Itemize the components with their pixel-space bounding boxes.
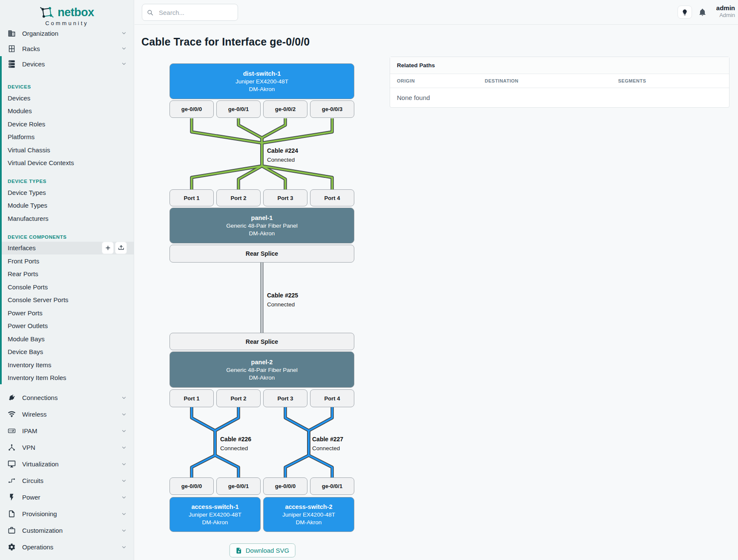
user-name: admin [716,4,735,12]
sidebar-group-provisioning[interactable]: Provisioning [0,506,134,522]
device-node-panel-1[interactable]: panel-1 Generic 48-Pair Fiber Panel DM-A… [169,208,354,243]
device-node-access-switch-2[interactable]: access-switch-2 Juniper EX4200-48T DM-Ak… [263,497,354,532]
sidebar-item[interactable]: Module Types [0,199,134,212]
search-input[interactable] [158,9,244,17]
port-box[interactable]: Port 2 [216,389,261,407]
chevron-down-icon [121,511,127,517]
interface-box[interactable]: ge-0/0/3 [310,100,354,118]
cable-status: Connected [312,445,343,451]
panel1-port-row: Port 1 Port 2 Port 3 Port 4 [169,189,354,206]
interface-label: ge-0/0/3 [322,106,342,112]
monitor-icon [8,460,16,468]
sidebar-item-label: Interfaces [8,244,36,251]
sidebar-group-connections[interactable]: Connections [0,389,134,406]
sidebar-item[interactable]: Inventory Item Roles [0,371,134,385]
port-box[interactable]: Port 3 [263,189,307,206]
sidebar-group-circuits[interactable]: Circuits [0,472,134,489]
sidebar-item[interactable]: Manufacturers [0,212,134,225]
sidebar-item[interactable]: Front Ports [0,254,134,268]
sidebar-item[interactable]: Device Roles [0,117,134,131]
theme-toggle-button[interactable] [678,6,692,19]
sidebar-item[interactable]: Device Types [0,186,134,199]
wifi-icon [8,410,16,418]
cable-label-225[interactable]: Cable #225 Connected [267,292,298,308]
sidebar-item[interactable]: Devices [0,91,134,105]
sidebar-item[interactable]: Platforms [0,131,134,144]
related-paths-empty: None found [390,88,729,107]
interface-box[interactable]: ge-0/0/1 [216,100,261,118]
netbox-logo[interactable]: netbox Community [0,0,134,26]
sidebar-group-virtualization[interactable]: Virtualization [0,456,134,472]
plus-icon [105,245,111,251]
port-box[interactable]: Port 2 [216,189,261,206]
port-box[interactable]: Port 3 [263,389,307,407]
sidebar-item[interactable]: Modules [0,105,134,118]
sidebar-item[interactable]: Rear Ports [0,268,134,281]
sidebar-group-racks[interactable]: Racks [0,41,134,56]
sidebar-item[interactable]: Power Outlets [0,320,134,333]
sidebar-item[interactable]: Interfaces [0,242,134,255]
counter-icon [8,427,16,435]
interface-box[interactable]: ge-0/0/1 [216,477,261,495]
sidebar-group-devices[interactable]: Devices [0,56,134,71]
chevron-down-icon [121,428,127,434]
cable-name: Cable #224 [267,147,298,154]
device-node-panel-2[interactable]: panel-2 Generic 48-Pair Fiber Panel DM-A… [169,351,354,388]
interface-box[interactable]: ge-0/0/1 [310,477,354,495]
sidebar-item-label: Manufacturers [8,215,49,222]
rear-splice-box-1[interactable]: Rear Splice [169,245,354,263]
section-header: DEVICES [0,84,134,91]
download-svg-button[interactable]: Download SVG [230,543,296,557]
interface-box[interactable]: ge-0/0/2 [263,100,307,118]
sidebar-item[interactable]: Console Server Ports [0,294,134,307]
related-paths-columns: ORIGIN DESTINATION SEGMENTS [390,74,729,88]
sidebar-item-label: Console Ports [8,283,48,291]
sidebar-item[interactable]: Inventory Items [0,358,134,371]
panel2-port-row: Port 1 Port 2 Port 3 Port 4 [169,389,354,407]
document-icon [8,510,16,518]
device-node-access-switch-1[interactable]: access-switch-1 Juniper EX4200-48T DM-Ak… [169,497,261,532]
group-label: Wireless [22,411,47,418]
import-button[interactable] [115,242,127,254]
device-site: DM-Akron [249,374,275,381]
group-label: Racks [22,45,40,52]
sidebar-item[interactable]: Virtual Chassis [0,143,134,157]
plug-icon [8,394,16,402]
cable-status: Connected [267,157,298,163]
sidebar-group-power[interactable]: Power [0,489,134,506]
cable-label-224[interactable]: Cable #224 Connected [267,147,298,163]
sidebar-group-wireless[interactable]: Wireless [0,406,134,423]
port-box[interactable]: Port 1 [169,389,214,407]
sidebar-item[interactable]: Power Ports [0,306,134,320]
port-box[interactable]: Port 4 [310,189,354,206]
device-node-dist-switch-1[interactable]: dist-switch-1 Juniper EX4200-48T DM-Akro… [169,63,354,99]
port-box[interactable]: Port 4 [310,389,354,407]
interface-box[interactable]: ge-0/0/0 [169,100,214,118]
user-menu[interactable]: admin Admin [716,4,735,19]
interface-box[interactable]: ge-0/0/0 [263,477,307,495]
notifications-button[interactable] [698,8,706,16]
device-site: DM-Akron [296,519,322,526]
sidebar-item-label: Power Ports [8,309,43,317]
sidebar-group-customization[interactable]: Customization [0,522,134,539]
sidebar-item[interactable]: Module Bays [0,332,134,346]
network-nodes-icon [8,443,16,451]
rear-splice-label: Rear Splice [246,338,278,345]
sidebar-item[interactable]: Virtual Device Contexts [0,157,134,170]
port-box[interactable]: Port 1 [169,189,214,206]
brand-wordmark: netbox [57,6,94,19]
sidebar-item[interactable]: Console Ports [0,280,134,294]
sidebar-item-label: Device Bays [8,348,43,355]
cable-label-227[interactable]: Cable #227 Connected [312,436,343,451]
sidebar-group-ipam[interactable]: IPAM [0,423,134,439]
interface-box[interactable]: ge-0/0/0 [169,477,214,495]
sidebar-group-operations[interactable]: Operations [0,539,134,555]
sidebar-group-organization[interactable]: Organization [0,26,134,41]
sidebar-item[interactable]: Device Bays [0,346,134,359]
rear-splice-box-2[interactable]: Rear Splice [169,333,354,350]
cable-label-226[interactable]: Cable #226 Connected [220,436,251,451]
add-button[interactable] [102,242,114,254]
sidebar-group-vpn[interactable]: VPN [0,439,134,456]
sidebar-item-label: Device Roles [8,120,45,128]
device-site: DM-Akron [202,519,228,526]
